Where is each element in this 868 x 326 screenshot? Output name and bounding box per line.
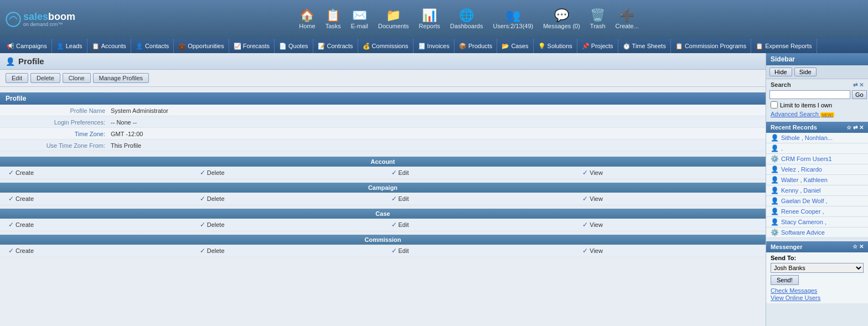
nav-users[interactable]: 👥 Users:2/13(49) [493,9,533,29]
manage-profiles-button[interactable]: Manage Profiles [93,73,149,83]
record-link-9[interactable]: Software Advice [781,229,825,236]
record-link-7[interactable]: Renee Cooper , [781,208,824,215]
module-campaigns[interactable]: 📢 Campaigns [2,39,52,53]
login-prefs-row: Login Preferences: -- None -- [0,116,766,128]
record-link-3[interactable]: Velez , Ricardo [781,166,822,173]
module-products-label: Products [468,43,492,49]
case-delete: ✓ Delete [192,219,383,231]
search-input[interactable] [769,90,850,99]
record-link-6[interactable]: Gaelan De Wolf , [781,198,828,204]
edit-button[interactable]: Edit [6,73,28,83]
messenger-send-button[interactable]: Send! [771,275,799,285]
nav-documents[interactable]: 📁 Documents [378,9,409,29]
limit-to-own-checkbox[interactable] [771,101,778,108]
side-button[interactable]: Side [794,68,817,76]
profile-name-row: Profile Name System Administrator [0,105,766,116]
recent-record-5[interactable]: 👤 Kenny , Daniel [766,185,868,196]
case-edit: ✓ Edit [383,219,575,231]
module-projects[interactable]: 📌 Projects [577,39,618,53]
module-products[interactable]: 📦 Products [454,39,497,53]
module-contracts[interactable]: 📝 Contracts [313,39,358,53]
record-icon-3: 👤 [771,165,779,173]
module-expense-reports[interactable]: 📋 Expense Reports [751,39,817,53]
account-section: Account ✓ Create ✓ Delete ✓ Edit [0,157,766,179]
nav-create[interactable]: ➕ Create... [616,9,639,29]
module-contacts[interactable]: 👤 Contacts [131,39,174,53]
account-delete: ✓ Delete [192,167,383,179]
recent-record-6[interactable]: 👤 Gaelan De Wolf , [766,196,868,206]
module-accounts[interactable]: 📋 Accounts [87,39,131,53]
search-go-button[interactable]: Go [852,90,867,99]
sidebar-toggle-bar: Hide Side [766,65,868,79]
module-quotes[interactable]: 📄 Quotes [275,39,313,53]
logo-icon [6,12,21,27]
recent-record-2[interactable]: ⚙️ CRM Form Users1 [766,154,868,164]
timezone-from-value: This Profile [111,141,141,149]
nav-tasks[interactable]: 📋 Tasks [326,9,341,29]
contacts-icon: 👤 [136,43,143,50]
record-icon-0: 👤 [771,134,779,142]
nav-messages[interactable]: 💬 Messages (0) [543,9,580,29]
top-navigation: salesboom on demand crm™ 🏠 Home 📋 Tasks … [0,0,868,39]
record-icon-4: 👤 [771,176,779,184]
recent-record-9[interactable]: ⚙️ Software Advice [766,227,868,238]
module-invoices[interactable]: 🧾 Invoices [414,39,454,53]
messenger-section: Messenger ☆ ✕ Send To: Josh Banks Send! … [766,241,868,303]
recent-record-8[interactable]: 👤 Stacy Cameron , [766,217,868,227]
projects-icon: 📌 [582,43,590,50]
check-messages-link[interactable]: Check Messages [771,287,864,294]
record-link-4[interactable]: Walter , Kathleen [781,177,828,183]
messenger-recipient-select[interactable]: Josh Banks [771,263,864,273]
record-link-5[interactable]: Kenny , Daniel [781,187,821,194]
action-bar: Edit Delete Clone Manage Profiles [0,70,766,87]
module-timesheets[interactable]: ⏱️ Time Sheets [618,39,671,53]
module-forecasts[interactable]: 📈 Forecasts [229,39,275,53]
module-commission-programs[interactable]: 📋 Commission Programs [671,39,751,53]
module-opportunities[interactable]: 💼 Opportunities [174,39,229,53]
module-contracts-label: Contracts [327,43,353,49]
nav-users-label: Users:2/13(49) [493,23,533,29]
hide-button[interactable]: Hide [769,68,792,76]
trash-icon: 🗑️ [590,9,605,22]
nav-dashboards[interactable]: 🌐 Dashboards [450,9,483,29]
module-solutions[interactable]: 💡 Solutions [534,39,577,53]
case-view: ✓ View [574,219,766,231]
module-navigation: 📢 Campaigns 👤 Leads 📋 Accounts 👤 Contact… [0,39,868,53]
record-link-1[interactable]: . [781,145,783,152]
nav-trash[interactable]: 🗑️ Trash [590,9,606,29]
recent-record-3[interactable]: 👤 Velez , Ricardo [766,164,868,175]
module-leads[interactable]: 👤 Leads [52,39,87,53]
advanced-search-link[interactable]: Advanced Search NEW! [766,110,868,118]
recent-record-1[interactable]: 👤 . [766,143,868,154]
view-online-users-link[interactable]: View Online Users [771,294,864,301]
nav-email[interactable]: ✉️ E-mail [351,9,368,29]
recent-record-0[interactable]: 👤 Sithole , Nonhlan... [766,133,868,143]
module-commissions[interactable]: 💰 Commissions [358,39,414,53]
nav-home[interactable]: 🏠 Home [299,9,315,29]
tasks-icon: 📋 [326,9,340,22]
record-icon-9: ⚙️ [771,229,779,236]
recent-record-7[interactable]: 👤 Renee Cooper , [766,206,868,217]
top-nav-icons: 🏠 Home 📋 Tasks ✉️ E-mail 📁 Documents 📊 R… [75,9,862,29]
record-link-0[interactable]: Sithole , Nonhlan... [781,134,833,141]
module-cases[interactable]: 📂 Cases [497,39,533,53]
recent-record-4[interactable]: 👤 Walter , Kathleen [766,175,868,185]
profile-page-header: 👤 Profile [0,53,766,70]
record-link-8[interactable]: Stacy Cameron , [781,219,826,225]
module-timesheets-label: Time Sheets [632,43,666,49]
clone-button[interactable]: Clone [63,73,91,83]
campaign-edit: ✓ Edit [383,193,575,205]
delete-button[interactable]: Delete [30,73,60,83]
messages-icon: 💬 [554,9,569,22]
record-link-2[interactable]: CRM Form Users1 [781,156,832,162]
timezone-value: GMT -12:00 [111,130,143,137]
search-label: Search [771,81,791,88]
opportunities-icon: 💼 [178,43,186,50]
profile-header-icon: 👤 [6,57,15,66]
nav-dashboards-label: Dashboards [450,23,483,29]
nav-reports[interactable]: 📊 Reports [419,9,441,29]
record-icon-5: 👤 [771,187,779,194]
commission-programs-icon: 📋 [675,43,683,50]
recent-records-title: Recent Records [771,124,817,131]
dashboards-icon: 🌐 [459,9,474,22]
